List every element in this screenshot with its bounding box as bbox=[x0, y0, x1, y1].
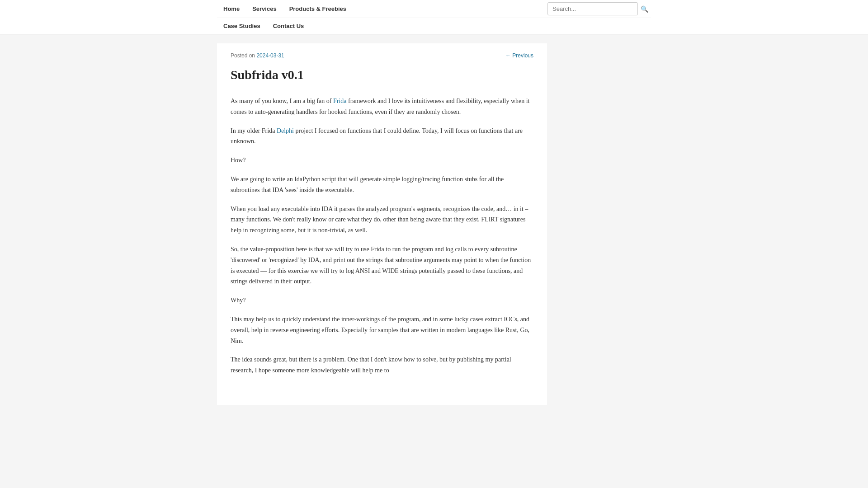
search-button[interactable]: 🔍 bbox=[638, 4, 651, 14]
site-header: Home Services Products & Freebies 🔍 Case… bbox=[0, 0, 868, 34]
nav-item-services[interactable]: Services bbox=[246, 0, 283, 18]
primary-nav: Home Services Products & Freebies bbox=[217, 0, 353, 18]
search-form: 🔍 bbox=[547, 2, 651, 15]
nav-item-home[interactable]: Home bbox=[217, 0, 246, 18]
paragraph-1: As many of you know, I am a big fan of F… bbox=[231, 96, 533, 117]
search-input[interactable] bbox=[547, 2, 638, 15]
paragraph-7: The idea sounds great, but there is a pr… bbox=[231, 354, 533, 376]
nav-item-products[interactable]: Products & Freebies bbox=[283, 0, 353, 18]
nav-link-case-studies[interactable]: Case Studies bbox=[217, 18, 267, 34]
post-content: As many of you know, I am a big fan of F… bbox=[231, 96, 533, 376]
nav-link-contact[interactable]: Contact Us bbox=[267, 18, 311, 34]
paragraph-6: This may help us to quickly understand t… bbox=[231, 314, 533, 346]
nav-link-products[interactable]: Products & Freebies bbox=[283, 0, 353, 18]
article: Posted on 2024-03-31 ← Previous Subfrida… bbox=[217, 43, 547, 405]
paragraph-why: Why? bbox=[231, 295, 533, 306]
paragraph-4: When you load any executable into IDA it… bbox=[231, 204, 533, 236]
paragraph-2: In my older Frida Delphi project I focus… bbox=[231, 126, 533, 147]
post-title: Subfrida v0.1 bbox=[231, 68, 533, 82]
previous-post-link[interactable]: ← Previous bbox=[505, 52, 533, 59]
nav-link-home[interactable]: Home bbox=[217, 0, 246, 18]
search-icon: 🔍 bbox=[641, 5, 648, 13]
paragraph-how: How? bbox=[231, 155, 533, 166]
paragraph-3: We are going to write an IdaPython scrip… bbox=[231, 174, 533, 196]
post-date-link[interactable]: 2024-03-31 bbox=[256, 52, 284, 59]
nav-item-case-studies[interactable]: Case Studies bbox=[217, 18, 267, 34]
frida-link[interactable]: Frida bbox=[333, 98, 347, 104]
post-meta: Posted on 2024-03-31 ← Previous bbox=[231, 52, 533, 59]
delphi-link[interactable]: Delphi bbox=[277, 127, 294, 134]
secondary-nav: Case Studies Contact Us bbox=[217, 18, 651, 34]
nav-item-contact[interactable]: Contact Us bbox=[267, 18, 311, 34]
paragraph-5: So, the value-proposition here is that w… bbox=[231, 244, 533, 287]
posted-on-label: Posted on 2024-03-31 bbox=[231, 52, 284, 59]
main-content: Posted on 2024-03-31 ← Previous Subfrida… bbox=[208, 34, 660, 414]
nav-link-services[interactable]: Services bbox=[246, 0, 283, 18]
sidebar bbox=[561, 43, 651, 405]
